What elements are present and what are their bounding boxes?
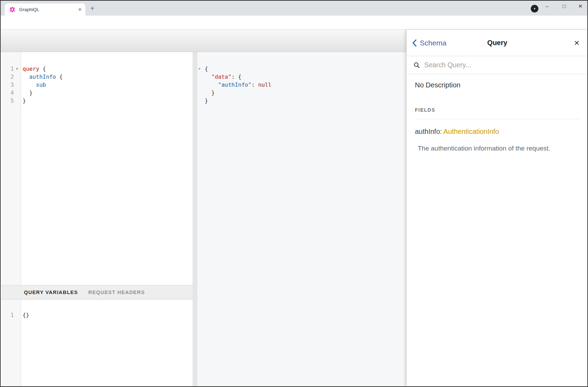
address-bar: ← → i localhost:3000/graphql ☆ P	[1, 16, 587, 30]
media-control-icon[interactable]: ▾	[531, 5, 538, 12]
fold-arrow-icon[interactable]: ▾	[198, 65, 201, 73]
result-viewer-code: ▾{ "data": { "authInfo": null }}	[197, 52, 406, 105]
field-name-link[interactable]: authInfo	[415, 128, 440, 135]
field-colon: :	[440, 128, 443, 135]
code-line: "data": {	[205, 73, 406, 81]
code-line: query {	[23, 65, 193, 73]
docs-header: Schema Query ✕	[407, 30, 588, 56]
docs-title: Query	[407, 39, 588, 47]
search-icon	[414, 62, 420, 69]
type-description: No Description	[415, 81, 580, 89]
query-editor-code[interactable]: query { authInfo { sub }}	[21, 52, 193, 285]
graphql-favicon-icon	[9, 6, 16, 13]
tab-request-headers[interactable]: REQUEST HEADERS	[88, 290, 145, 295]
field-row-authinfo: authInfo: AuthenticationInfo	[415, 128, 580, 136]
code-line: authInfo {	[23, 73, 193, 81]
fields-heading: FIELDS	[415, 107, 580, 113]
graphiql-toolbar: GraphiQL Prettify Merge Copy History Sha…	[1, 30, 406, 52]
query-editor-gutter: 1▾2345	[1, 52, 21, 285]
docs-search-input[interactable]	[424, 61, 581, 69]
docs-close-icon[interactable]: ✕	[574, 39, 580, 47]
query-variables-editor[interactable]: 1 {}	[1, 300, 193, 386]
pane-resizer-handle[interactable]	[193, 52, 197, 386]
fields-divider	[415, 119, 580, 119]
tab-close-icon[interactable]: ✕	[78, 7, 82, 12]
tab-query-variables[interactable]: QUERY VARIABLES	[24, 290, 78, 295]
code-line: sub	[23, 81, 193, 89]
browser-tab-graphiql[interactable]: GraphiQL ✕	[5, 3, 85, 16]
window-minimize-button[interactable]: –	[542, 3, 552, 9]
docs-body: No Description FIELDS authInfo: Authenti…	[407, 74, 588, 159]
variables-editor-gutter: 1	[1, 300, 21, 386]
browser-window: GraphiQL ✕ + ▾ – □ ✕ ← → i localhost:300…	[0, 0, 588, 387]
code-line: }	[205, 97, 406, 105]
docs-explorer-panel: Schema Query ✕ No Description FIELDS aut…	[406, 30, 588, 386]
secondary-editor-tabs: QUERY VARIABLES REQUEST HEADERS	[1, 285, 193, 300]
code-line: }	[205, 89, 406, 97]
new-tab-button[interactable]: +	[90, 4, 94, 12]
field-type-link[interactable]: AuthenticationInfo	[443, 128, 499, 135]
variables-editor-code[interactable]: {}	[21, 300, 193, 386]
code-line: {}	[23, 311, 193, 319]
tab-title: GraphiQL	[19, 7, 78, 12]
window-close-button[interactable]: ✕	[575, 3, 586, 9]
docs-search-row	[407, 56, 588, 74]
field-description: The authentication information of the re…	[415, 145, 580, 152]
code-line: }	[23, 97, 193, 105]
query-editor[interactable]: 1▾2345 query { authInfo { sub }}	[1, 52, 193, 285]
result-viewer[interactable]: ▾{ "data": { "authInfo": null }}	[197, 52, 406, 386]
code-line: "authInfo": null	[205, 81, 406, 89]
code-line: ▾{	[205, 65, 406, 73]
window-maximize-button[interactable]: □	[559, 3, 569, 9]
code-line: }	[23, 89, 193, 97]
tab-strip: GraphiQL ✕ + ▾ – □ ✕	[1, 1, 587, 16]
